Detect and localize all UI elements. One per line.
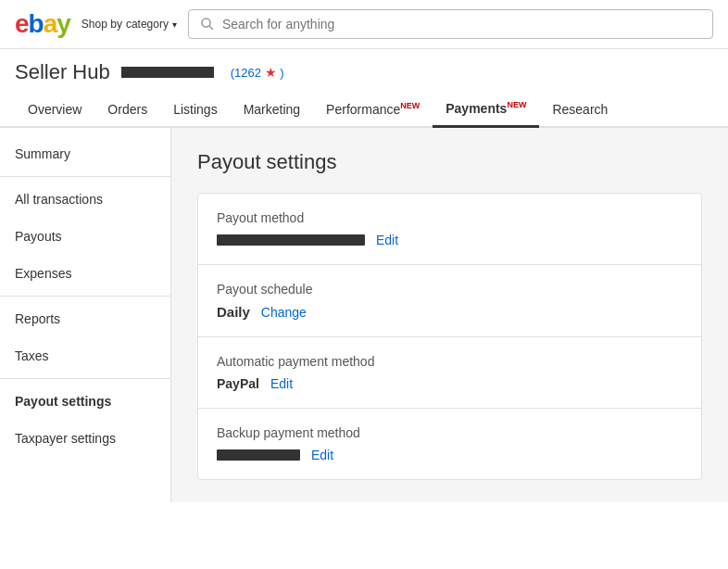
payout-method-value-row: Edit [217,233,683,247]
sidebar-item-payout-settings[interactable]: Payout settings [0,383,170,420]
tab-research[interactable]: Research [539,93,621,126]
search-bar[interactable] [188,9,713,39]
search-icon [200,17,215,32]
chevron-down-icon: ▾ [172,19,177,30]
sidebar-item-taxes[interactable]: Taxes [0,337,170,374]
backup-payment-label: Backup payment method [217,425,683,440]
logo-e: e [15,11,29,37]
logo-a: a [44,11,57,37]
section-payout-method: Payout method Edit [198,194,701,265]
tab-listings[interactable]: Listings [160,93,230,126]
payout-schedule-value-row: Daily Change [217,304,683,320]
automatic-payment-edit-link[interactable]: Edit [270,376,293,391]
sidebar-item-payouts[interactable]: Payouts [0,218,170,255]
header: e b a y Shop by category ▾ [0,0,728,49]
seller-hub-bar: Seller Hub (1262 ★ ) [0,49,728,92]
automatic-payment-value-row: PayPal Edit [217,376,683,391]
feedback-count[interactable]: (1262 ★ ) [231,65,284,80]
payout-method-label: Payout method [217,210,683,225]
shop-by-category[interactable]: Shop by category ▾ [82,18,177,31]
star-icon: ★ [265,65,277,80]
tab-performance[interactable]: PerformanceNEW [313,93,433,126]
sidebar-item-expenses[interactable]: Expenses [0,255,170,292]
payout-method-edit-link[interactable]: Edit [376,233,398,247]
payout-schedule-label: Payout schedule [217,282,683,297]
search-input[interactable] [222,17,701,32]
settings-card: Payout method Edit Payout schedule Daily… [197,193,702,480]
ebay-logo[interactable]: e b a y [15,11,70,37]
sidebar-divider-3 [0,378,170,379]
main-layout: Summary All transactions Payouts Expense… [0,128,728,502]
automatic-payment-value: PayPal [217,376,259,391]
backup-payment-value-row: Edit [217,448,683,462]
tab-orders[interactable]: Orders [94,93,160,126]
section-payout-schedule: Payout schedule Daily Change [198,265,701,337]
category-label: category [126,18,169,31]
logo-b1: b [29,11,44,37]
nav-tabs: Overview Orders Listings Marketing Perfo… [0,92,728,128]
section-automatic-payment: Automatic payment method PayPal Edit [198,337,701,409]
payments-new-badge: NEW [507,100,526,109]
page-title: Payout settings [197,150,702,174]
sidebar-item-reports[interactable]: Reports [0,300,170,337]
payout-schedule-value: Daily [217,304,250,320]
logo-y: y [56,11,70,37]
sidebar-item-summary[interactable]: Summary [0,135,170,172]
tab-payments[interactable]: PaymentsNEW [433,92,539,128]
sidebar-divider-1 [0,176,170,177]
backup-payment-bar [217,449,300,461]
section-backup-payment: Backup payment method Edit [198,409,701,479]
content-area: Payout settings Payout method Edit Payou… [171,128,728,502]
sidebar-item-taxpayer-settings[interactable]: Taxpayer settings [0,420,170,457]
payout-schedule-change-link[interactable]: Change [261,305,307,320]
sidebar: Summary All transactions Payouts Expense… [0,128,171,502]
tab-marketing[interactable]: Marketing [231,93,313,126]
tab-overview[interactable]: Overview [15,93,94,126]
sidebar-divider-2 [0,296,170,297]
performance-new-badge: NEW [400,101,420,110]
svg-point-0 [202,19,210,27]
svg-line-1 [209,26,213,30]
sidebar-item-all-transactions[interactable]: All transactions [0,181,170,218]
seller-hub-title: Seller Hub [15,60,110,84]
feedback-bar [121,67,214,78]
payout-method-bar [217,234,365,246]
backup-payment-edit-link[interactable]: Edit [311,448,333,462]
automatic-payment-label: Automatic payment method [217,354,683,369]
shop-by-label: Shop by [82,18,122,31]
